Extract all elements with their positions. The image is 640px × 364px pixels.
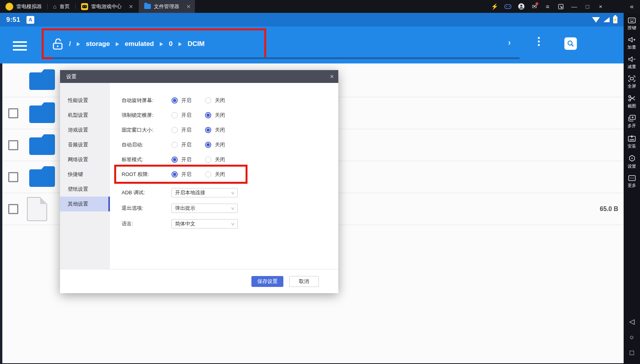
nav-item-network[interactable]: 网络设置 [60, 152, 110, 167]
exit-option-select[interactable]: 弹出提示∨ [171, 204, 238, 213]
chevron-right-icon: ▶ [179, 40, 182, 47]
keymapping-button[interactable]: 按键 [628, 18, 636, 31]
setting-row-adb-debug: ADB 调试: 开启本地连接∨ [122, 188, 338, 197]
svg-text:APK: APK [629, 139, 635, 141]
radio-off[interactable]: 关闭 [205, 127, 239, 134]
app-brand-tab[interactable]: ⚡ 雷电模拟器 [0, 0, 47, 13]
file-list: 65.0 B 设置 × 性能设置 机型设置 游戏设置 音频设置 网络设置 快捷键 [0, 63, 624, 363]
tab-game-center[interactable]: 雷电游戏中心 ✕ [76, 0, 139, 13]
clock: 9:51 [6, 16, 20, 24]
radio-on[interactable]: 开启 [171, 156, 205, 163]
volume-down-button[interactable]: 减量 [628, 56, 636, 70]
setting-row-language: 语言: 简体中文∨ [122, 219, 338, 229]
chevron-right-icon: ▶ [77, 40, 80, 47]
row-checkbox[interactable] [8, 172, 18, 182]
fullscreen-button[interactable]: 全屏 [628, 76, 636, 89]
breadcrumb-storage[interactable]: storage [86, 40, 110, 48]
android-status-bar: 9:51 A ⚡ [0, 13, 624, 26]
radio-on[interactable]: 开启 [171, 171, 205, 178]
collapse-sidebar-icon[interactable]: « [624, 3, 640, 11]
home-icon: ⌂ [53, 3, 57, 10]
nav-item-game[interactable]: 游戏设置 [60, 123, 110, 137]
breadcrumb-dcim[interactable]: DCIM [187, 40, 204, 48]
settings-dialog: 设置 × 性能设置 机型设置 游戏设置 音频设置 网络设置 快捷键 壁纸设置 其… [60, 70, 338, 293]
radio-on[interactable]: 开启 [171, 127, 205, 134]
radio-on[interactable]: 开启 [171, 141, 205, 148]
radio-off[interactable]: 关闭 [205, 156, 239, 163]
screenshot-button[interactable]: 截图 [628, 95, 636, 109]
setting-row-auto-start: 自动启动: 开启 关闭 [122, 137, 338, 152]
volume-up-icon [628, 37, 636, 43]
install-apk-button[interactable]: APK 安装 [628, 135, 636, 149]
home-button[interactable]: ○ [630, 334, 634, 341]
file-manager-toolbar: / ▶ storage ▶ emulated ▶ 0 ▶ DCIM › [0, 26, 624, 63]
more-tools-button[interactable]: 更多 [628, 175, 636, 188]
android-screen: 9:51 A ⚡ / ▶ storage ▶ emulated [0, 13, 624, 364]
close-tab-icon[interactable]: ✕ [129, 4, 133, 10]
radio-off[interactable]: 关闭 [205, 141, 239, 148]
recents-button[interactable]: □ [630, 349, 634, 356]
breadcrumb-scrollbar[interactable] [53, 57, 520, 59]
minimize-button[interactable]: — [568, 0, 581, 13]
nav-item-wallpaper[interactable]: 壁纸设置 [60, 182, 110, 197]
input-method-icon: A [27, 16, 34, 24]
dialog-close-icon[interactable]: × [330, 73, 334, 80]
back-button[interactable]: ◁ [629, 318, 635, 325]
chevron-right-icon: ▶ [160, 40, 163, 47]
breadcrumb-0[interactable]: 0 [169, 40, 172, 48]
close-tab-icon[interactable]: ✕ [186, 4, 191, 10]
radio-off[interactable]: 关闭 [205, 112, 239, 119]
breadcrumb-root[interactable]: / [69, 40, 71, 48]
unlock-icon[interactable] [52, 38, 63, 50]
chevron-down-icon: ∨ [230, 222, 235, 227]
folder-icon [27, 165, 57, 189]
more-options-icon[interactable] [538, 37, 540, 46]
gamepad-settings-icon[interactable] [501, 0, 514, 13]
menu-icon[interactable]: ≡ [541, 0, 554, 13]
emulator-tool-rail: 按键 加量 减量 全屏 截图 多开 APK 安装 设置 [624, 13, 640, 364]
tab-home[interactable]: ⌂ 首页 [48, 0, 75, 13]
android-nav-buttons: ◁ ○ □ [629, 318, 635, 356]
volume-up-button[interactable]: 加量 [628, 37, 636, 50]
maximize-button[interactable]: □ [581, 0, 594, 13]
status-icons: ⚡ [592, 16, 617, 23]
breadcrumb-emulated[interactable]: emulated [125, 40, 154, 48]
boost-icon[interactable]: ⚡ [488, 0, 501, 13]
hamburger-menu-icon[interactable] [13, 41, 27, 51]
row-checkbox[interactable] [8, 204, 18, 214]
popout-icon[interactable] [554, 0, 568, 13]
dialog-footer: 保存设置 取消 [60, 269, 338, 293]
nav-item-other[interactable]: 其他设置 [60, 197, 110, 211]
radio-on[interactable]: 开启 [171, 97, 205, 104]
setting-row-root-permission: ROOT 权限: 开启 关闭 [122, 167, 338, 182]
cancel-button[interactable]: 取消 [289, 276, 319, 287]
messages-icon[interactable]: ✉ [528, 0, 541, 13]
nav-item-device-model[interactable]: 机型设置 [60, 108, 110, 123]
tab-file-manager-label: 文件管理器 [154, 3, 179, 10]
language-select[interactable]: 简体中文∨ [171, 219, 238, 229]
folder-icon [27, 68, 57, 92]
tab-file-manager[interactable]: 文件管理器 ✕ [139, 0, 195, 13]
gamepad-icon [81, 3, 88, 10]
emulator-window: ⚡ 雷电模拟器 ⌂ 首页 雷电游戏中心 ✕ 文件管理器 ✕ ⚡ [0, 0, 640, 364]
adb-debug-select[interactable]: 开启本地连接∨ [171, 188, 238, 197]
account-icon[interactable] [514, 0, 528, 13]
gear-icon [628, 155, 636, 162]
radio-on[interactable]: 开启 [171, 112, 205, 119]
nav-item-shortcuts[interactable]: 快捷键 [60, 167, 110, 182]
row-checkbox[interactable] [8, 140, 18, 150]
radio-off[interactable]: 关闭 [205, 171, 239, 178]
forward-chevron-icon[interactable]: › [508, 38, 510, 48]
chevron-down-icon: ∨ [230, 206, 235, 211]
radio-off[interactable]: 关闭 [205, 97, 239, 104]
search-button[interactable] [564, 37, 577, 50]
titlebar: ⚡ 雷电模拟器 ⌂ 首页 雷电游戏中心 ✕ 文件管理器 ✕ ⚡ [0, 0, 640, 13]
nav-item-performance[interactable]: 性能设置 [60, 93, 110, 108]
multi-instance-button[interactable]: 多开 [628, 115, 636, 129]
notification-dot [536, 2, 538, 5]
close-window-button[interactable]: × [594, 0, 607, 13]
settings-button[interactable]: 设置 [628, 155, 636, 169]
save-settings-button[interactable]: 保存设置 [251, 276, 283, 287]
nav-item-audio[interactable]: 音频设置 [60, 137, 110, 152]
row-checkbox[interactable] [8, 108, 18, 118]
